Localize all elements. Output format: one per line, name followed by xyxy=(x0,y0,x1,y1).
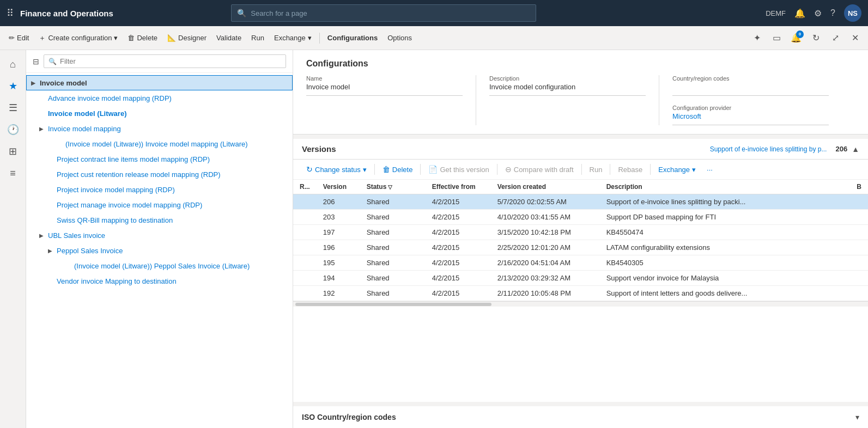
tree-item[interactable]: Advance invoice model mapping (RDP) xyxy=(26,90,293,106)
table-cell-r xyxy=(293,210,317,225)
table-cell-status: Shared xyxy=(360,271,426,286)
vtb-sep-3 xyxy=(497,164,497,175)
horizontal-scrollbar[interactable] xyxy=(293,301,868,307)
rebase-button[interactable]: Rebase xyxy=(614,163,647,176)
settings-icon[interactable]: ⚙ xyxy=(814,8,822,19)
tree-item[interactable]: Project invoice model mapping (RDP) xyxy=(26,182,293,197)
status-filter-icon[interactable]: ▽ xyxy=(388,184,392,190)
edit-icon: ✏ xyxy=(9,34,15,42)
config-details: Configurations Name Invoice model Descri… xyxy=(293,50,868,134)
validate-button[interactable]: Validate xyxy=(212,32,246,44)
table-cell-version: 203 xyxy=(317,210,360,225)
table-cell-r xyxy=(293,194,317,210)
tree-item-label: Project cust retention release model map… xyxy=(57,170,221,179)
filter-input[interactable] xyxy=(60,57,281,65)
table-cell-version: 206 xyxy=(317,194,360,210)
iso-section: ISO Country/region codes ▾ xyxy=(293,406,868,428)
designer-button[interactable]: 📐 Designer xyxy=(163,32,211,44)
h-scroll-thumb[interactable] xyxy=(295,303,491,306)
tree-item[interactable]: ▶Peppol Sales Invoice xyxy=(26,243,293,258)
tree-item[interactable]: ▶UBL Sales invoice xyxy=(26,228,293,243)
table-cell-desc: KB4550474 xyxy=(600,225,851,240)
delete-button[interactable]: 🗑 Delete xyxy=(123,32,162,44)
history-icon[interactable]: 🕐 xyxy=(3,120,23,139)
toolbar-right-icons: ✦ ▭ 🔔 0 ↻ ⤢ ✕ xyxy=(748,29,864,47)
versions-exchange-dropdown: ▾ xyxy=(692,166,696,174)
refresh-icon[interactable]: ↻ xyxy=(807,29,824,47)
compare-with-draft-button[interactable]: ⊖ Compare with draft xyxy=(501,163,578,176)
search-bar[interactable]: 🔍 xyxy=(231,4,536,22)
tree-item-label: Project manage invoice model mapping (RD… xyxy=(57,201,202,209)
exchange-button[interactable]: Exchange ▾ xyxy=(270,32,316,44)
pin-icon[interactable]: ✦ xyxy=(748,29,766,47)
config-country-value xyxy=(672,83,829,96)
table-cell-status: Shared xyxy=(360,225,426,240)
run-button[interactable]: Run xyxy=(247,32,269,44)
tree-item[interactable]: Invoice model (Litware) xyxy=(26,106,293,121)
notification-badge-icon[interactable]: 🔔 0 xyxy=(787,29,805,47)
tree-item-label: Invoice model (Litware) xyxy=(48,109,126,118)
list-icon[interactable]: ≡ xyxy=(3,163,23,183)
config-provider-value[interactable]: Microsoft xyxy=(672,112,829,125)
versions-collapse-icon[interactable]: ▲ xyxy=(852,145,859,154)
tree-item[interactable]: ▶Invoice model mapping xyxy=(26,121,293,136)
tree-item[interactable]: Project cust retention release model map… xyxy=(26,167,293,182)
table-row[interactable]: 203Shared4/2/20154/10/2020 03:41:55 AMSu… xyxy=(293,210,868,225)
versions-delete-button[interactable]: 🗑 Delete xyxy=(378,163,417,176)
tree-arrow: ▶ xyxy=(48,248,57,254)
tree-item[interactable]: Project contract line items model mappin… xyxy=(26,151,293,167)
sidebar-toggle-icon[interactable]: ▭ xyxy=(768,29,785,47)
table-row[interactable]: 197Shared4/2/20153/15/2020 10:42:18 PMKB… xyxy=(293,225,868,240)
configurations-button[interactable]: Configurations xyxy=(323,32,382,44)
app-grid-icon[interactable]: ⠿ xyxy=(7,7,14,19)
change-status-button[interactable]: ↻ Change status ▾ xyxy=(302,163,371,176)
table-row[interactable]: 196Shared4/2/20152/25/2020 12:01:20 AMLA… xyxy=(293,240,868,255)
tree-panel: ⊟ 🔍 ▶Invoice modelAdvance invoice model … xyxy=(26,50,293,428)
create-icon: ＋ xyxy=(39,33,46,43)
iso-collapse-icon[interactable]: ▾ xyxy=(855,413,859,421)
search-input[interactable] xyxy=(251,9,530,17)
user-avatar[interactable]: NS xyxy=(844,4,861,22)
table-row[interactable]: 192Shared4/2/20152/11/2020 10:05:48 PMSu… xyxy=(293,286,868,301)
get-this-version-button[interactable]: 📄 Get this version xyxy=(424,163,493,176)
table-cell-status: Shared xyxy=(360,240,426,255)
tree-item[interactable]: Vendor invoice Mapping to destination xyxy=(26,273,293,289)
table-row[interactable]: 206Shared4/2/20155/7/2020 02:02:55 AMSup… xyxy=(293,194,868,210)
top-nav-right: DEMF 🔔 ⚙ ? NS xyxy=(766,4,861,22)
options-button[interactable]: Options xyxy=(383,32,416,44)
create-dropdown-icon: ▾ xyxy=(114,34,118,42)
close-icon[interactable]: ✕ xyxy=(846,29,864,47)
tree-item[interactable]: Project manage invoice model mapping (RD… xyxy=(26,197,293,212)
tree-item[interactable]: (Invoice model (Litware)) Invoice model … xyxy=(26,136,293,151)
filter-input-wrapper[interactable]: 🔍 xyxy=(44,54,286,68)
table-row[interactable]: 194Shared4/2/20152/13/2020 03:29:32 AMSu… xyxy=(293,271,868,286)
table-cell-version: 197 xyxy=(317,225,360,240)
table-cell-r xyxy=(850,240,868,255)
tree-item[interactable]: Swiss QR-Bill mapping to destination xyxy=(26,212,293,228)
app-title: Finance and Operations xyxy=(20,9,113,18)
table-cell-status: Shared xyxy=(360,194,426,210)
versions-exchange-button[interactable]: Exchange ▾ xyxy=(654,163,700,176)
tree-item[interactable]: (Invoice model (Litware)) Peppol Sales I… xyxy=(26,258,293,273)
tree-item[interactable]: ▶Invoice model xyxy=(26,75,293,90)
vtb-sep-4 xyxy=(581,164,582,175)
filter-icon[interactable]: ⊟ xyxy=(33,57,39,66)
home-icon[interactable]: ⌂ xyxy=(3,54,23,74)
tree-item-label: (Invoice model (Litware)) Invoice model … xyxy=(65,140,248,148)
help-icon[interactable]: ? xyxy=(830,8,835,18)
grid-icon[interactable]: ⊞ xyxy=(3,142,23,161)
col-header-status: Status ▽ xyxy=(360,180,426,194)
create-config-button[interactable]: ＋ Create configuration ▾ xyxy=(34,31,122,45)
table-row[interactable]: 195Shared4/2/20152/16/2020 04:51:04 AMKB… xyxy=(293,255,868,271)
table-cell-created: 5/7/2020 02:02:55 AM xyxy=(491,194,600,210)
menu-icon[interactable]: ☰ xyxy=(3,98,23,118)
star-icon[interactable]: ★ xyxy=(3,76,23,96)
notification-icon[interactable]: 🔔 xyxy=(794,8,805,19)
versions-more-button[interactable]: ··· xyxy=(702,163,717,176)
expand-icon[interactable]: ⤢ xyxy=(827,29,844,47)
table-cell-created: 2/25/2020 12:01:20 AM xyxy=(491,240,600,255)
versions-run-button[interactable]: Run xyxy=(585,163,607,176)
edit-button[interactable]: ✏ Edit xyxy=(4,32,33,44)
tree-item-label: Invoice model xyxy=(40,79,87,87)
col-header-b: B xyxy=(850,180,868,194)
